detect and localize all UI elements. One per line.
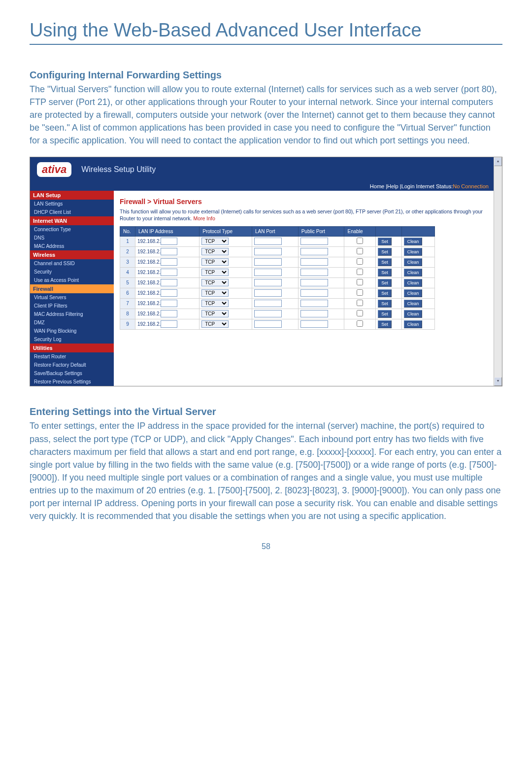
lan-ip-input[interactable] — [161, 238, 177, 245]
protocol-select[interactable]: TCP — [201, 289, 229, 297]
public-port-input[interactable] — [300, 238, 328, 245]
set-button[interactable]: Set — [378, 300, 392, 308]
clean-button[interactable]: Clean — [404, 300, 423, 308]
protocol-select[interactable]: TCP — [201, 238, 229, 245]
sidebar-restore-factory-default[interactable]: Restore Factory Default — [30, 361, 114, 369]
lan-port-input[interactable] — [254, 269, 282, 276]
clean-button[interactable]: Clean — [404, 310, 423, 318]
lan-port-input[interactable] — [254, 310, 282, 317]
sidebar-internet-wan[interactable]: Internet WAN — [30, 216, 114, 225]
sidebar-wireless[interactable]: Wireless — [30, 250, 114, 259]
sidebar-virtual-servers[interactable]: Virtual Servers — [30, 293, 114, 302]
clean-button[interactable]: Clean — [404, 289, 423, 297]
sidebar-use-as-access-point[interactable]: Use as Access Point — [30, 276, 114, 284]
lan-ip-input[interactable] — [161, 310, 177, 317]
scroll-track[interactable] — [494, 166, 502, 377]
public-port-input[interactable] — [300, 258, 328, 266]
protocol-select[interactable]: TCP — [201, 279, 229, 286]
section2-body: To enter settings, enter the IP address … — [30, 419, 502, 522]
set-button[interactable]: Set — [378, 258, 392, 266]
public-port-input[interactable] — [300, 320, 328, 328]
public-port-input[interactable] — [300, 279, 328, 286]
set-button[interactable]: Set — [378, 310, 392, 318]
protocol-select[interactable]: TCP — [201, 248, 229, 255]
sidebar-utilities[interactable]: Utilities — [30, 344, 114, 352]
public-port-input[interactable] — [300, 300, 328, 307]
set-button[interactable]: Set — [378, 269, 392, 276]
public-port-input[interactable] — [300, 248, 328, 255]
clean-button[interactable]: Clean — [404, 258, 423, 266]
enable-checkbox[interactable] — [357, 320, 363, 327]
sidebar-lan-setup[interactable]: LAN Setup — [30, 191, 114, 200]
sidebar-lan-settings[interactable]: LAN Settings — [30, 200, 114, 208]
enable-checkbox[interactable] — [357, 238, 363, 244]
lan-port-input[interactable] — [254, 248, 282, 255]
panel-description: This function will allow you to route ex… — [120, 208, 488, 222]
sidebar-client-ip-filters[interactable]: Client IP Filters — [30, 302, 114, 310]
enable-checkbox[interactable] — [357, 269, 363, 275]
public-port-input[interactable] — [300, 310, 328, 317]
lan-ip-input[interactable] — [161, 289, 177, 297]
sidebar-mac-address-filtering[interactable]: MAC Address Filtering — [30, 310, 114, 318]
clean-button[interactable]: Clean — [404, 269, 423, 276]
scroll-up-icon[interactable]: ▴ — [494, 157, 502, 166]
sidebar-restore-previous-settings[interactable]: Restore Previous Settings — [30, 378, 114, 386]
table-row: 7192.168.2.TCPSetClean — [120, 298, 435, 309]
lan-port-input[interactable] — [254, 258, 282, 266]
public-port-input[interactable] — [300, 289, 328, 297]
set-button[interactable]: Set — [378, 248, 392, 256]
lan-ip-input[interactable] — [161, 279, 177, 286]
sidebar-save-backup-settings[interactable]: Save/Backup Settings — [30, 369, 114, 378]
lan-port-input[interactable] — [254, 320, 282, 328]
sidebar-restart-router[interactable]: Restart Router — [30, 352, 114, 361]
set-button[interactable]: Set — [378, 289, 392, 297]
sidebar-dmz[interactable]: DMZ — [30, 318, 114, 327]
col-header: LAN Port — [252, 226, 298, 236]
sidebar-channel-and-ssid[interactable]: Channel and SSID — [30, 259, 114, 268]
sidebar-firewall[interactable]: Firewall — [30, 284, 114, 293]
top-links-text[interactable]: Home |Help |Login Internet Status: — [370, 183, 453, 189]
lan-ip-input[interactable] — [161, 269, 177, 276]
protocol-select[interactable]: TCP — [201, 258, 229, 266]
enable-checkbox[interactable] — [357, 289, 363, 296]
col-header: Enable — [344, 226, 376, 236]
clean-button[interactable]: Clean — [404, 238, 423, 245]
clean-button[interactable]: Clean — [404, 248, 423, 256]
enable-checkbox[interactable] — [357, 248, 363, 254]
sidebar-dhcp-client-list[interactable]: DHCP Client List — [30, 208, 114, 216]
clean-button[interactable]: Clean — [404, 320, 423, 328]
set-button[interactable]: Set — [378, 279, 392, 287]
sidebar-dns[interactable]: DNS — [30, 234, 114, 242]
set-button[interactable]: Set — [378, 320, 392, 328]
lan-ip-input[interactable] — [161, 258, 177, 266]
internet-status: No Connection — [453, 183, 489, 189]
lan-ip-input[interactable] — [161, 300, 177, 307]
protocol-select[interactable]: TCP — [201, 300, 229, 307]
sidebar-security-log[interactable]: Security Log — [30, 335, 114, 344]
lan-port-input[interactable] — [254, 238, 282, 245]
public-port-input[interactable] — [300, 269, 328, 276]
more-info-link[interactable]: More Info — [193, 215, 215, 221]
lan-port-input[interactable] — [254, 289, 282, 297]
ip-prefix: 192.168.2. — [137, 239, 161, 244]
protocol-select[interactable]: TCP — [201, 269, 229, 276]
col-header: Protocol Type — [200, 226, 252, 236]
enable-checkbox[interactable] — [357, 258, 363, 265]
sidebar-wan-ping-blocking[interactable]: WAN Ping Blocking — [30, 327, 114, 335]
protocol-select[interactable]: TCP — [201, 310, 229, 317]
protocol-select[interactable]: TCP — [201, 320, 229, 328]
enable-checkbox[interactable] — [357, 279, 363, 285]
lan-port-input[interactable] — [254, 279, 282, 286]
sidebar-security[interactable]: Security — [30, 268, 114, 276]
lan-ip-input[interactable] — [161, 248, 177, 255]
clean-button[interactable]: Clean — [404, 279, 423, 287]
enable-checkbox[interactable] — [357, 310, 363, 316]
lan-ip-input[interactable] — [161, 320, 177, 328]
scroll-down-icon[interactable]: ▾ — [494, 377, 502, 386]
set-button[interactable]: Set — [378, 238, 392, 245]
enable-checkbox[interactable] — [357, 300, 363, 306]
sidebar-connection-type[interactable]: Connection Type — [30, 225, 114, 234]
sidebar-mac-address[interactable]: MAC Address — [30, 242, 114, 250]
lan-port-input[interactable] — [254, 300, 282, 307]
scrollbar[interactable]: ▴ ▾ — [494, 157, 502, 386]
